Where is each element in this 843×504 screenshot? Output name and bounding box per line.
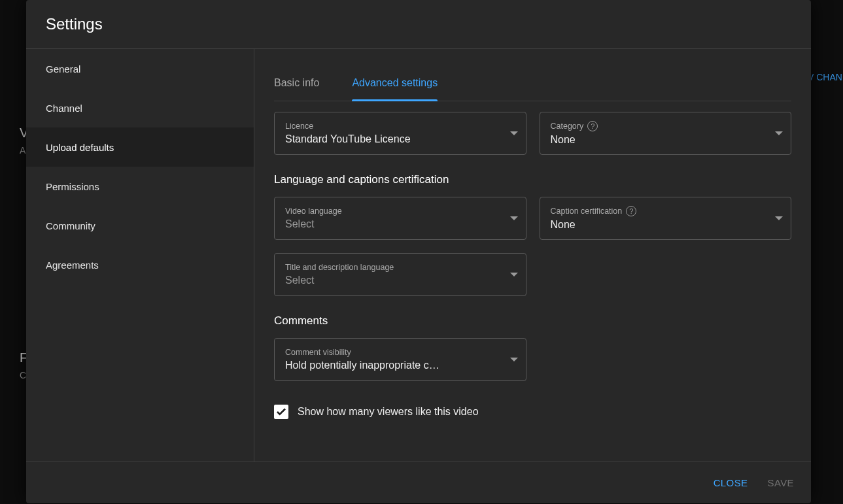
language-row: Video language Select Caption certificat… (274, 197, 791, 240)
close-button[interactable]: Close (714, 477, 748, 488)
show-likes-row: Show how many viewers like this video (274, 405, 791, 419)
sidebar-item-upload-defaults[interactable]: Upload defaults (26, 127, 254, 167)
chevron-down-icon (510, 273, 518, 277)
dialog-header: Settings (26, 0, 811, 49)
dialog-title: Settings (46, 15, 103, 33)
section-comments: Comments (274, 314, 791, 328)
sidebar-item-permissions[interactable]: Permissions (26, 167, 254, 206)
view-channel-link-fragment: V CHAN (808, 72, 842, 82)
caption-certification-select[interactable]: Caption certification ? None (540, 197, 792, 240)
sidebar-item-general[interactable]: General (26, 49, 254, 88)
tabs: Basic info Advanced settings (274, 49, 791, 101)
sidebar-item-agreements[interactable]: Agreements (26, 245, 254, 284)
title-desc-lang-row: Title and description language Select (274, 253, 791, 296)
section-language-captions: Language and captions certification (274, 173, 791, 186)
chevron-down-icon (510, 216, 518, 220)
comments-row: Comment visibility Hold potentially inap… (274, 338, 791, 381)
field-label: Comment visibility (285, 348, 351, 357)
field-value: None (551, 134, 782, 146)
sidebar-item-channel[interactable]: Channel (26, 88, 254, 127)
sidebar-item-community[interactable]: Community (26, 206, 254, 245)
field-value: Standard YouTube Licence (285, 133, 517, 145)
field-label: Title and description language (285, 263, 394, 272)
settings-dialog: Settings General Channel Upload defaults… (26, 0, 811, 503)
field-value: Select (285, 218, 517, 230)
field-value: Hold potentially inappropriate c… (285, 360, 517, 371)
video-language-select[interactable]: Video language Select (274, 197, 526, 240)
show-likes-checkbox[interactable] (274, 405, 288, 419)
sidebar-item-label: Agreements (46, 260, 99, 271)
field-label: Video language (285, 207, 342, 216)
chevron-down-icon (775, 216, 783, 220)
category-select[interactable]: Category ? None (540, 112, 792, 155)
settings-sidebar: General Channel Upload defaults Permissi… (26, 49, 254, 462)
sidebar-item-label: Community (46, 220, 95, 231)
sidebar-item-label: Channel (46, 103, 82, 114)
field-label: Caption certification (551, 207, 623, 216)
bg-sub-fragment-1: A (20, 145, 26, 156)
tab-label: Advanced settings (352, 77, 438, 88)
sidebar-item-label: General (46, 63, 80, 75)
licence-category-row: Licence Standard YouTube Licence Categor… (274, 112, 791, 155)
field-label: Category (551, 122, 584, 131)
title-description-language-select[interactable]: Title and description language Select (274, 253, 526, 296)
help-icon[interactable]: ? (626, 206, 636, 216)
chevron-down-icon (775, 131, 783, 135)
field-value: None (551, 219, 782, 231)
licence-select[interactable]: Licence Standard YouTube Licence (274, 112, 526, 155)
field-label: Licence (285, 122, 313, 131)
dialog-footer: Close Save (26, 462, 811, 503)
help-icon[interactable]: ? (587, 121, 598, 131)
settings-main-panel: Basic info Advanced settings Licence Sta… (254, 49, 811, 462)
sidebar-item-label: Upload defaults (46, 142, 114, 153)
field-value: Select (285, 275, 517, 286)
dialog-body: General Channel Upload defaults Permissi… (26, 49, 811, 462)
tab-label: Basic info (274, 77, 319, 88)
chevron-down-icon (510, 131, 518, 135)
bg-sub-fragment-2: C (20, 370, 26, 380)
sidebar-item-label: Permissions (46, 181, 99, 192)
check-icon (275, 406, 287, 418)
chevron-down-icon (510, 358, 518, 361)
show-likes-label: Show how many viewers like this video (298, 406, 479, 418)
comment-visibility-select[interactable]: Comment visibility Hold potentially inap… (274, 338, 526, 381)
tab-advanced-settings[interactable]: Advanced settings (352, 77, 438, 101)
tab-basic-info[interactable]: Basic info (274, 77, 319, 101)
save-button: Save (767, 477, 794, 488)
